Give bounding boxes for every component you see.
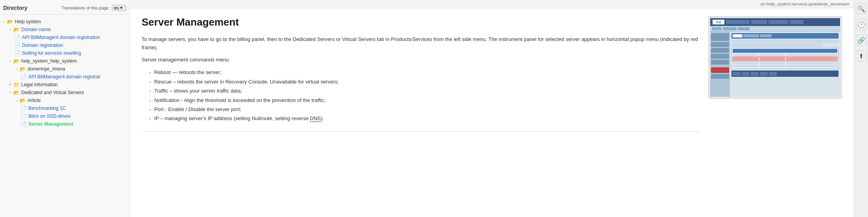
search-icon: 🔍: [857, 5, 865, 13]
screenshot-image: TLD: [710, 18, 840, 97]
screenshot-panel: TLD: [708, 16, 842, 209]
sidebar-link-domain-name[interactable]: Domain name: [21, 27, 51, 32]
article-divider: [142, 131, 700, 132]
page-icon: 📄: [20, 121, 27, 127]
sidebar-item-server-mgmt[interactable]: 📄 Server Management: [0, 120, 129, 128]
list-item: Rescue – reboots the server in Recovery …: [150, 77, 700, 86]
sidebar-link-setting-reselling[interactable]: Setting for services reselling: [22, 50, 81, 56]
folder-closed-icon: 📁: [13, 82, 20, 88]
screenshot-frame: TLD: [708, 16, 842, 99]
list-item: IP – managing server's IP address (setti…: [150, 114, 700, 123]
list-item: Reboot — reboots the server;: [150, 68, 700, 77]
folder-open-icon: 📂: [13, 58, 20, 64]
sidebar-item-domain-name[interactable]: − 📂 Domain name: [0, 26, 129, 33]
lang-selector[interactable]: en ▼: [112, 5, 126, 11]
sidebar-link-benchmarking[interactable]: Benchmarking 1C: [28, 106, 66, 111]
list-item: Notification - Align the threshold is ex…: [150, 96, 700, 105]
folder-open-icon: 📂: [20, 66, 26, 72]
list-item: Traffic – shows your server traffic data…: [150, 86, 700, 95]
sidebar-link-bitrix[interactable]: Bitrix on SSD-drives: [28, 113, 70, 119]
article-title: Server Management: [142, 16, 700, 28]
list-item: Port - Enable / Disable the server port;: [150, 105, 700, 114]
link-button[interactable]: 🔗: [856, 35, 867, 46]
page-icon: 📄: [20, 105, 27, 111]
toggle-article[interactable]: −: [14, 98, 19, 103]
sidebar-item-dedicated-virtual[interactable]: − 📂 Dedicated and Virtual Servers: [0, 89, 129, 96]
page-icon: 📄: [14, 34, 20, 41]
folder-open-icon: 📂: [13, 89, 20, 96]
search-button[interactable]: 🔍: [856, 3, 867, 14]
right-toolbar: 🔍 🕐 🔗 ⬆: [854, 0, 868, 217]
dns-label: DNS: [310, 115, 321, 122]
sidebar-item-domennye-imena[interactable]: − 📂 domennye_imena: [0, 65, 129, 73]
sidebar-item-domain-reg[interactable]: 📄 Domain registration: [0, 41, 129, 49]
page-icon: 📄: [20, 113, 27, 119]
sidebar-item-api-domain-reg[interactable]: 📄 API BillManager4 domain registration: [0, 33, 129, 41]
folder-open-icon: 📂: [7, 19, 13, 25]
toggle-help-system-help[interactable]: −: [8, 59, 13, 63]
page-icon: 📄: [20, 74, 27, 80]
article-body: To manage servers, you have to go to the…: [142, 35, 700, 132]
sidebar-item-article[interactable]: − 📂 Article: [0, 96, 129, 104]
toggle-help-system[interactable]: −: [2, 19, 6, 24]
page-icon: 📄: [14, 42, 20, 48]
folder-open-icon: 📂: [20, 97, 26, 104]
sidebar-link-domain-reg[interactable]: Domain registration: [22, 43, 63, 48]
toggle-domain-name[interactable]: −: [8, 27, 13, 32]
sidebar-item-bitrix[interactable]: 📄 Bitrix on SSD-drives: [0, 112, 129, 120]
article-intro: To manage servers, you have to go to the…: [142, 35, 700, 52]
lang-value: en: [114, 6, 119, 10]
sidebar-item-setting-reselling[interactable]: 📄 Setting for services reselling: [0, 49, 129, 57]
up-button[interactable]: ⬆: [856, 50, 867, 61]
toggle-dedicated-virtual[interactable]: −: [8, 90, 13, 95]
sidebar-item-help-system-help[interactable]: − 📂 help_system_help_system: [0, 57, 129, 65]
page-icon: 📄: [14, 50, 20, 56]
link-icon: 🔗: [857, 37, 865, 44]
sidebar-link-api-domain-reg[interactable]: API BillManager4 domain registration: [22, 35, 100, 40]
sidebar-title: Directory: [3, 5, 27, 11]
sidebar: Directory Translations of this page: en …: [0, 0, 130, 217]
clock-icon: 🕐: [857, 21, 865, 28]
sidebar-tree: − 📂 Help system − 📂 Domain name 📄 API Bi…: [0, 16, 129, 130]
sidebar-item-benchmarking[interactable]: 📄 Benchmarking 1C: [0, 104, 129, 112]
sidebar-header: Directory Translations of this page: en …: [0, 3, 129, 15]
sidebar-item-legal-info[interactable]: + 📁 Legal Information: [0, 81, 129, 89]
article-commands-label: Server management commands menu:: [142, 56, 700, 64]
folder-open-icon: 📂: [13, 26, 20, 33]
up-icon: ⬆: [859, 52, 864, 60]
toggle-domennye-imena[interactable]: −: [14, 67, 19, 71]
article: Server Management To manage servers, you…: [142, 16, 700, 209]
lang-dropdown-icon[interactable]: ▼: [120, 6, 123, 10]
sidebar-item-api-domain-reg2[interactable]: 📄 API BillManager4 domain registrat: [0, 73, 129, 81]
content-area: Server Management To manage servers, you…: [130, 8, 854, 217]
sidebar-item-help-system[interactable]: − 📂 Help system: [0, 18, 129, 26]
sidebar-link-api-domain-reg2[interactable]: API BillManager4 domain registrat: [28, 74, 100, 80]
main-area: en:help_system:servera:upravlenie_server…: [130, 0, 854, 217]
toggle-legal-info[interactable]: +: [8, 82, 13, 87]
history-button[interactable]: 🕐: [856, 19, 867, 30]
breadcrumb: en:help_system:servera:upravlenie_server…: [130, 0, 854, 8]
sidebar-link-server-mgmt[interactable]: Server Management: [28, 121, 73, 127]
article-commands-list: Reboot — reboots the server; Rescue – re…: [150, 68, 700, 123]
translations-label: Translations of this page:: [61, 6, 110, 10]
